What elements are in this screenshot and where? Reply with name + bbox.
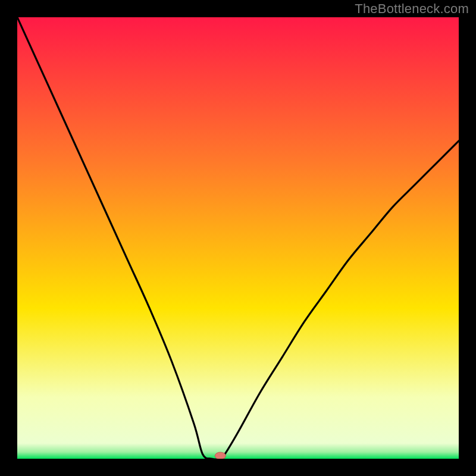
plot-area bbox=[17, 17, 459, 459]
optimal-point-marker bbox=[215, 452, 226, 459]
watermark-label: TheBottleneck.com bbox=[355, 1, 469, 17]
bottleneck-chart bbox=[17, 17, 459, 459]
gradient-background bbox=[17, 17, 459, 459]
chart-frame: TheBottleneck.com bbox=[0, 0, 476, 476]
